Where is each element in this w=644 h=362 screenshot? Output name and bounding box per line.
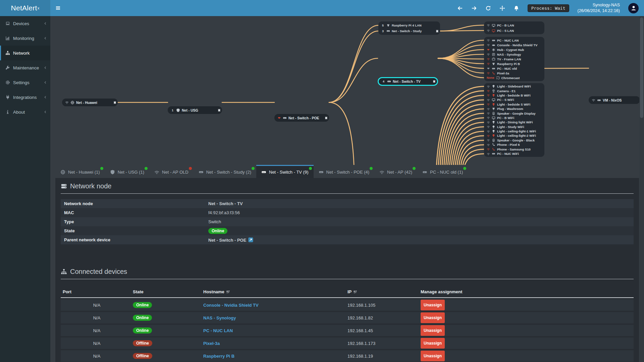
diagram-device-row-plug-washroom[interactable]: Plug - Washroom (484, 107, 544, 111)
diagram-device-row-pc-s-wifi[interactable]: PC - S WiFi (484, 98, 544, 102)
detail-value-link[interactable]: Net - Switch - TV (208, 201, 243, 206)
diagram-device-row-net-switch-study[interactable]: 3Net - Switch - Study (378, 28, 440, 34)
notifications-bell-icon[interactable] (514, 5, 519, 11)
tab-net-switch-tv-9[interactable]: Net - Switch - TV (9) (256, 165, 314, 178)
unassign-button[interactable]: Unassign (421, 325, 445, 336)
forward-icon[interactable] (471, 5, 477, 11)
diagram-device-row-speaker-google-black[interactable]: Speaker - Google - Black (484, 138, 544, 142)
diagram-node-vm-nixos[interactable]: VM - NixOS (589, 96, 640, 104)
sitemap-icon (61, 268, 67, 275)
diagram-node-net-usg[interactable]: 1Net - USG (168, 106, 222, 114)
diagram-device-row-light-study-wifi[interactable]: Light - Study WiFi (484, 125, 544, 129)
diagram-device-row-light-bedside-s-wifi[interactable]: Light - bedside S WiFi (484, 102, 544, 107)
unassign-button[interactable]: Unassign (421, 312, 445, 323)
tab-net-switch-poe-4[interactable]: Net - Switch - POE (4) (314, 165, 375, 178)
detail-value-link[interactable]: Net - Switch - POE (208, 237, 253, 243)
diagram-device-row-pc-nuc-lan[interactable]: PC - NUC LAN (484, 38, 544, 43)
cell-state: Online (133, 302, 203, 308)
diagram-device-row-light-dining-light-wifi[interactable]: Light - Dining light WiFi (484, 120, 544, 124)
tab-pc-nuc-old-1[interactable]: PC - NUC old (1) (417, 165, 468, 178)
scrollbar-thumb[interactable] (640, 17, 643, 118)
diagram-node-net-switch-poe[interactable]: Net - Switch - POE (274, 114, 329, 122)
diagram-node-net-switch-tv[interactable]: 4Net - Switch - TV (378, 77, 438, 86)
hostname-link[interactable]: Console - Nvidia Shield TV (203, 303, 259, 308)
cell-hostname: PC - NUC LAN (203, 328, 347, 333)
unassign-button[interactable]: Unassign (421, 338, 445, 349)
diagram-device-row-pc-s-lan[interactable]: PC - S LAN (484, 28, 544, 33)
unassign-button[interactable]: Unassign (421, 300, 445, 310)
diagram-device-row-speaker-google-display[interactable]: Speaker - Google Display (484, 111, 544, 115)
diagram-device-row-camera-e1[interactable]: Camera - E1 (484, 88, 544, 93)
tab-net-ap-old[interactable]: Net - AP OLD (149, 165, 194, 178)
diagram-device-row-console-nvidia-shield-tv[interactable]: Console - Nvidia Shield TV (484, 43, 544, 47)
wifi-icon (592, 98, 595, 102)
diagram-device-row-nas-synology[interactable]: NAS - Synology (484, 52, 544, 57)
diagram-device-row-pc-b-lan[interactable]: PC - B LAN (484, 22, 544, 28)
diagram-edge (440, 31, 484, 31)
sidebar-item-devices[interactable]: Devices (0, 16, 50, 31)
sidebar-toggle-button[interactable] (50, 0, 66, 16)
diagram-device-row-light-ceiling-light-1-wifi[interactable]: Light - ceiling-light-1 WiFi (484, 129, 544, 133)
diagram-device-row-light-sideboard-wifi[interactable]: Light - Sideboard WiFi (484, 84, 544, 88)
column-header-ip[interactable]: IP (347, 289, 421, 294)
diagram-device-row-pc-nuc-wifi[interactable]: PC - NUC WiFi (484, 152, 544, 156)
sidebar-item-monitoring[interactable]: Monitoring (0, 31, 50, 46)
user-avatar[interactable] (628, 3, 639, 13)
connector-handle[interactable] (436, 30, 438, 32)
diagram-device-row-raspberry-pi-b[interactable]: Raspberry Pi B (484, 61, 544, 66)
column-header-label: Manage assignment (421, 289, 462, 294)
diagram-device-row-raspberry-pi-4-lan[interactable]: 5Raspberry Pi 4 LAN (378, 22, 440, 28)
tab-net-switch-study-2[interactable]: Net - Switch - Study (2) (194, 165, 256, 178)
wifi-icon (487, 138, 490, 142)
diagram-device-row-tv-frame-lan[interactable]: TV - Frame LAN (484, 57, 544, 61)
sidebar-item-integrations[interactable]: Integrations (0, 90, 50, 105)
tab-net-usg-1[interactable]: Net - USG (1) (105, 165, 149, 178)
external-link-icon[interactable] (248, 237, 253, 242)
connector-handle[interactable] (325, 117, 327, 119)
hostname-link[interactable]: PC - NUC LAN (203, 328, 233, 333)
diagram-node-net-huawei[interactable]: Net - Huawei (62, 99, 118, 106)
diagram-device-row-phone-samsung-s10[interactable]: Phone - Samsung S10 (484, 147, 544, 151)
diagram-device-row-light-bedside-b-wifi[interactable]: Light - bedside B WiFi (484, 93, 544, 98)
switch-icon (283, 116, 287, 120)
diagram-device-row-chromecast[interactable]: NoneChromecast (484, 75, 544, 80)
connector-handle[interactable] (218, 109, 220, 111)
app-logo[interactable]: NetAlertx (0, 0, 50, 16)
sidebar: DevicesMonitoringNetworkMaintenanceSetti… (0, 16, 50, 362)
table-row-pixel-3a: N/AOfflinePixel-3a192.168.1.173Unassign (61, 338, 634, 349)
hostname-link[interactable]: NAS - Synology (203, 315, 236, 320)
sort-icon[interactable] (353, 290, 357, 294)
sort-icon[interactable] (226, 290, 230, 294)
unassign-button[interactable]: Unassign (421, 351, 445, 361)
diagram-device-row-pixel-3a[interactable]: Pixel-3a (484, 71, 544, 75)
wifi-icon (487, 39, 490, 42)
connector-handle[interactable] (433, 80, 435, 83)
diagram-device-row-hub-cygnet-hub[interactable]: Hub - Cygnet Hub (484, 47, 544, 52)
status-dot (309, 167, 312, 170)
hostname-link[interactable]: Pixel-3a (203, 341, 220, 346)
state-badge-online: Online (133, 315, 152, 321)
sidebar-item-settings[interactable]: Settings (0, 75, 50, 90)
diagram-device-row-pc-b-wifi[interactable]: PC - B WiFi (484, 116, 544, 120)
refresh-icon[interactable] (485, 5, 491, 11)
sidebar-item-maintenance[interactable]: Maintenance (0, 60, 50, 75)
diagram-device-row-pc-nuc-old[interactable]: PC - NUC old (484, 66, 544, 71)
sidebar-item-network[interactable]: Network (0, 46, 50, 60)
cell-state: Online (133, 327, 203, 334)
detail-label: Type (64, 219, 208, 224)
diagram-device-row-light-ceiling-light-2-wifi[interactable]: Light - ceiling-light-2 WiFi (484, 133, 544, 138)
hamburger-icon (55, 5, 61, 11)
detail-value: Switch (208, 219, 221, 224)
move-icon[interactable] (499, 5, 505, 11)
connector-handle[interactable] (114, 101, 116, 104)
bulb-icon (492, 84, 495, 88)
back-icon[interactable] (457, 5, 463, 11)
hostname-link[interactable]: Raspberry Pi B (203, 354, 234, 359)
tab-net-ap-42[interactable]: Net - AP (42) (374, 165, 417, 178)
diagram-device-row-phone-pixel-6[interactable]: Phone - Pixel 6 (484, 142, 544, 147)
sidebar-item-about[interactable]: About (0, 105, 50, 119)
tab-net-huawei-1[interactable]: Net - Huawei (1) (55, 165, 105, 178)
tab-label: Net - AP (42) (387, 170, 412, 175)
column-header-hostname[interactable]: Hostname (203, 289, 347, 294)
nuc-icon (597, 98, 601, 102)
